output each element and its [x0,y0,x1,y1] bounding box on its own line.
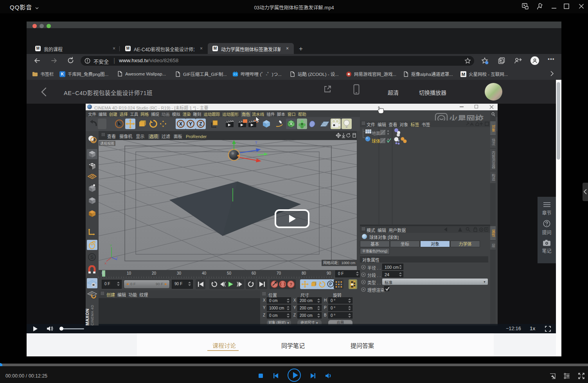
svg-text:P: P [329,282,332,286]
svg-text:Z: Z [199,121,202,127]
svg-text:Y: Y [189,121,192,127]
svg-text:X: X [179,121,182,127]
svg-text:M: M [462,72,465,77]
svg-text:Y: Y [110,244,112,247]
svg-text:透视视图: 透视视图 [100,141,114,146]
svg-text:K: K [61,72,64,76]
svg-text:Z: Z [116,256,118,260]
svg-text:?: ? [290,282,292,287]
svg-text:网格间距：1000 cm: 网格间距：1000 cm [323,261,355,265]
svg-text:X: X [104,262,107,265]
svg-text:S: S [90,254,94,260]
